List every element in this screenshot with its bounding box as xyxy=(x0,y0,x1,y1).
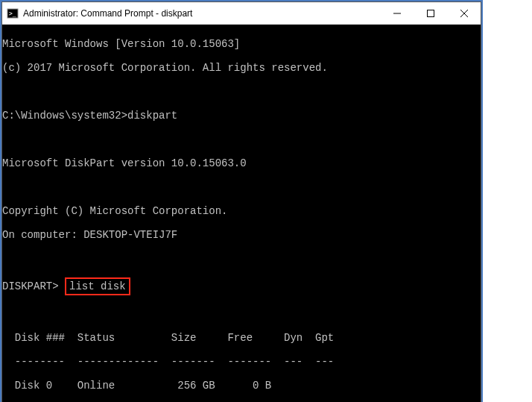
prompt-line: C:\Windows\system32>diskpart xyxy=(2,110,481,122)
copyright-line: (c) 2017 Microsoft Corporation. All righ… xyxy=(2,62,481,74)
maximize-button[interactable] xyxy=(414,2,447,25)
diskpart-computer: On computer: DESKTOP-VTEIJ7F xyxy=(2,229,481,241)
highlight-list-disk: list disk xyxy=(65,277,130,295)
svg-text:>_: >_ xyxy=(9,10,16,17)
titlebar[interactable]: >_ Administrator: Command Prompt - diskp… xyxy=(2,2,481,25)
table-header: Disk ### Status Size Free Dyn Gpt xyxy=(2,332,481,344)
command-prompt-window: >_ Administrator: Command Prompt - diskp… xyxy=(1,1,481,402)
table-divider: -------- ------------- ------- ------- -… xyxy=(2,356,481,368)
diskpart-version: Microsoft DiskPart version 10.0.15063.0 xyxy=(2,157,481,169)
table-row: Disk 0 Online 256 GB 0 B xyxy=(2,380,481,392)
banner-line: Microsoft Windows [Version 10.0.15063] xyxy=(2,38,481,50)
diskpart-prompt-row: DISKPART> list disk xyxy=(2,277,481,296)
close-button[interactable] xyxy=(447,2,481,25)
diskpart-copyright: Copyright (C) Microsoft Corporation. xyxy=(2,205,481,217)
cmd-icon: >_ xyxy=(7,7,19,19)
svg-rect-3 xyxy=(427,10,434,16)
window-title: Administrator: Command Prompt - diskpart xyxy=(23,8,380,19)
terminal-output[interactable]: Microsoft Windows [Version 10.0.15063] (… xyxy=(2,25,481,402)
minimize-button[interactable] xyxy=(380,2,414,25)
